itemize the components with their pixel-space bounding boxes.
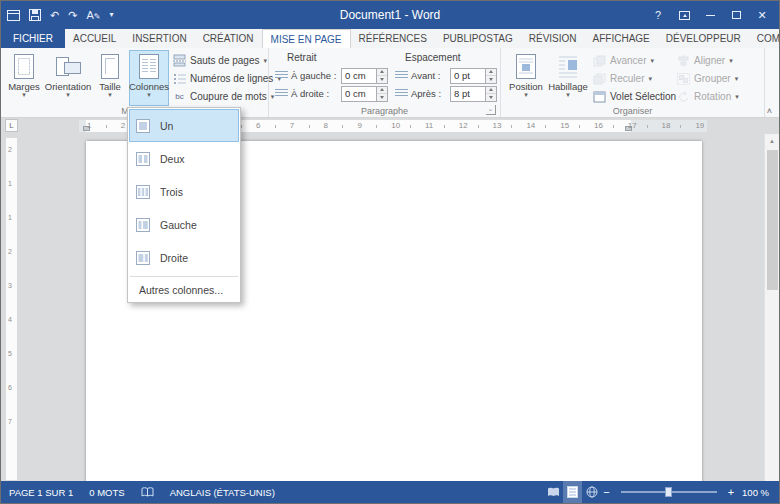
retrait-heading: Retrait xyxy=(287,52,316,63)
coupure-de-mots-button[interactable]: bc Coupure de mots ▾ xyxy=(173,88,274,105)
columns-dropdown-menu: Un Deux Trois Gauche Droite Autres colon… xyxy=(127,107,241,303)
indent-left-spinner[interactable] xyxy=(376,69,387,83)
zoom-level[interactable]: 100 % xyxy=(736,487,779,498)
tab-publipostage[interactable]: PUBLIPOSTAG xyxy=(435,29,521,48)
vertical-ruler[interactable]: 211234567 xyxy=(6,138,17,480)
aligner-label: Aligner xyxy=(694,55,725,66)
page-indicator[interactable]: PAGE 1 SUR 1 xyxy=(1,487,81,498)
columns-left-icon xyxy=(135,217,151,233)
spacing-after-input[interactable] xyxy=(450,86,497,102)
read-mode-button[interactable] xyxy=(544,481,563,503)
volet-selection-button[interactable]: Volet Sélection xyxy=(593,88,676,105)
sauts-de-pages-button[interactable]: Sauts de pages ▾ xyxy=(173,52,267,69)
style-edit-button[interactable]: A✎ xyxy=(86,10,100,21)
spacing-after-spinner[interactable] xyxy=(485,87,496,101)
numeros-de-lignes-button[interactable]: Numéros de lignes ▾ xyxy=(173,70,281,87)
taille-button[interactable]: Taille ▾ xyxy=(93,50,127,106)
menu-item-deux[interactable]: Deux xyxy=(129,142,239,175)
tab-complement[interactable]: COMPLÉMENT xyxy=(749,29,780,48)
zoom-slider[interactable] xyxy=(621,491,717,493)
dropdown-arrow-icon: ▾ xyxy=(648,75,652,83)
spacing-before-icon xyxy=(395,71,408,80)
ribbon: Marges ▾ Orientation ▾ Taille ▾ xyxy=(1,48,779,118)
close-button[interactable]: ✕ xyxy=(749,1,775,29)
zoom-slider-handle[interactable] xyxy=(665,487,672,497)
scrollbar-thumb[interactable] xyxy=(767,150,778,290)
minimize-button[interactable] xyxy=(697,1,723,29)
align-icon xyxy=(677,55,690,67)
ribbon-group-paragraphe: Retrait À gauche : À droite : Espacement xyxy=(269,48,501,117)
avancer-button[interactable]: Avancer ▾ xyxy=(593,52,654,69)
indent-right-input[interactable] xyxy=(341,86,388,102)
collapse-ribbon-button[interactable]: ˄ xyxy=(767,106,772,116)
menu-item-label: Gauche xyxy=(160,219,197,231)
menu-item-gauche[interactable]: Gauche xyxy=(129,208,239,241)
web-layout-icon xyxy=(586,486,598,498)
orientation-icon xyxy=(55,53,82,80)
proofing-status[interactable] xyxy=(133,487,162,498)
indent-left-icon xyxy=(275,71,288,80)
ribbon-display-options-button[interactable] xyxy=(671,1,697,29)
spacing-after-label: Après : xyxy=(411,88,447,99)
spacing-before-label: Avant : xyxy=(411,70,447,81)
word-count[interactable]: 0 MOTS xyxy=(81,487,132,498)
help-button[interactable]: ? xyxy=(645,1,671,29)
horizontal-ruler[interactable]: L 12345678910111213141516171819 xyxy=(1,118,779,134)
language-indicator[interactable]: ANGLAIS (ÉTATS-UNIS) xyxy=(162,487,283,498)
tab-insertion[interactable]: INSERTION xyxy=(124,29,194,48)
tab-affichage[interactable]: AFFICHAGE xyxy=(585,29,658,48)
aligner-button[interactable]: Aligner ▾ xyxy=(677,52,733,69)
spacing-before-field: Avant : xyxy=(395,67,497,84)
indent-left-value[interactable] xyxy=(342,69,376,83)
dropdown-arrow-icon: ▾ xyxy=(22,92,26,97)
rotation-button[interactable]: Rotation ▾ xyxy=(677,88,739,105)
spacing-before-value[interactable] xyxy=(451,69,485,83)
indent-left-input[interactable] xyxy=(341,68,388,84)
print-layout-button[interactable] xyxy=(563,481,582,503)
tab-accueil[interactable]: ACCUEIL xyxy=(65,29,124,48)
qat-customize-button[interactable]: ▾ xyxy=(109,11,113,19)
indent-right-spinner[interactable] xyxy=(376,87,387,101)
web-layout-button[interactable] xyxy=(582,481,601,503)
maximize-icon xyxy=(732,11,741,19)
orientation-button[interactable]: Orientation ▾ xyxy=(45,50,91,106)
spacing-after-value[interactable] xyxy=(451,87,485,101)
undo-button[interactable]: ↶ xyxy=(50,10,59,21)
tab-references[interactable]: RÉFÉRENCES xyxy=(351,29,435,48)
menu-item-un[interactable]: Un xyxy=(129,109,239,142)
tab-stop-selector[interactable]: L xyxy=(5,119,18,132)
grouper-button[interactable]: Grouper ▾ xyxy=(677,70,738,87)
maximize-button[interactable] xyxy=(723,1,749,29)
position-button[interactable]: Position ▾ xyxy=(506,50,546,106)
tab-revision[interactable]: RÉVISION xyxy=(521,29,585,48)
menu-item-label: Trois xyxy=(160,186,183,198)
reculer-button[interactable]: Reculer ▾ xyxy=(593,70,652,87)
tab-fichier[interactable]: FICHIER xyxy=(1,29,65,48)
scroll-up-button[interactable]: ▲ xyxy=(765,134,779,148)
vertical-scrollbar[interactable]: ▲ xyxy=(764,134,779,483)
marges-button[interactable]: Marges ▾ xyxy=(5,50,43,106)
columns-icon xyxy=(137,53,161,80)
numeros-label: Numéros de lignes xyxy=(190,73,273,84)
spacing-before-input[interactable] xyxy=(450,68,497,84)
tab-mise-en-page[interactable]: MISE EN PAGE xyxy=(262,29,351,48)
save-button[interactable] xyxy=(29,9,41,21)
espacement-heading: Espacement xyxy=(405,52,461,63)
menu-item-autres-colonnes[interactable]: Autres colonnes... xyxy=(129,279,239,301)
quick-access-toolbar: ↶ ↷ A✎ ▾ xyxy=(7,1,114,29)
zoom-in-button[interactable]: + xyxy=(726,486,736,498)
indent-right-value[interactable] xyxy=(342,87,376,101)
coupure-label: Coupure de mots xyxy=(190,91,267,102)
status-bar: PAGE 1 SUR 1 0 MOTS ANGLAIS (ÉTATS-UNIS)… xyxy=(1,481,779,503)
menu-item-droite[interactable]: Droite xyxy=(129,241,239,274)
spacing-before-spinner[interactable] xyxy=(485,69,496,83)
tab-creation[interactable]: CRÉATION xyxy=(195,29,262,48)
ribbon-display-icon xyxy=(679,11,690,20)
colonnes-button[interactable]: Colonnes ▾ xyxy=(129,50,169,106)
tab-developpeur[interactable]: DÉVELOPPEUR xyxy=(658,29,749,48)
read-mode-icon xyxy=(547,487,560,498)
menu-item-trois[interactable]: Trois xyxy=(129,175,239,208)
zoom-out-button[interactable]: − xyxy=(601,486,611,498)
redo-button[interactable]: ↷ xyxy=(68,10,77,21)
habillage-button[interactable]: Habillage ▾ xyxy=(548,50,588,106)
